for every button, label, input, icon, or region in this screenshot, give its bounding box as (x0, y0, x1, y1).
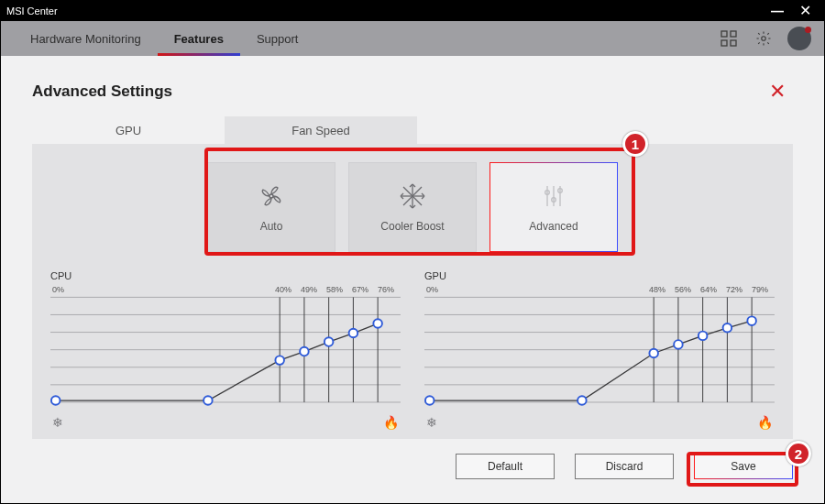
panel-header: Advanced Settings ✕ (1, 56, 824, 116)
subtab-fan-speed[interactable]: Fan Speed (225, 116, 417, 144)
discard-button[interactable]: Discard (575, 454, 674, 479)
nav-tab-support[interactable]: Support (240, 21, 315, 56)
svg-point-33 (324, 337, 334, 346)
svg-point-50 (578, 396, 587, 405)
nav-tab-hardware-monitoring[interactable]: Hardware Monitoring (14, 21, 158, 56)
callout-1: 1 (622, 131, 648, 157)
nav-tab-label: Hardware Monitoring (30, 32, 141, 46)
avatar[interactable] (787, 27, 811, 50)
panel-title: Advanced Settings (32, 82, 172, 101)
subtab-label: Fan Speed (292, 124, 350, 137)
hot-icon: 🔥 (383, 415, 399, 430)
mode-label: Auto (260, 220, 283, 233)
card-area: Auto Cooler Boost Advanced 1 (32, 144, 793, 439)
apps-grid-icon[interactable] (716, 26, 742, 51)
cold-icon: ❄ (426, 415, 437, 430)
default-button[interactable]: Default (456, 454, 555, 479)
close-icon[interactable]: ✕ (762, 76, 793, 107)
nav-tab-features[interactable]: Features (158, 21, 240, 56)
subtab-row: GPU Fan Speed (32, 116, 824, 144)
app-window: MSI Center — ✕ Hardware Monitoring Featu… (0, 0, 825, 504)
window-close-button[interactable]: ✕ (791, 5, 819, 17)
minimize-button[interactable]: — (764, 5, 791, 17)
hot-icon: 🔥 (757, 415, 773, 430)
nav-tab-label: Support (257, 32, 299, 46)
window-title: MSI Center (6, 5, 764, 16)
svg-point-4 (762, 37, 766, 41)
snowflake-icon (398, 181, 427, 211)
advanced-settings-panel: Advanced Settings ✕ GPU Fan Speed Auto (1, 56, 824, 503)
gear-icon[interactable] (751, 26, 776, 51)
chart-label-gpu: GPU (424, 270, 775, 281)
fan-mode-row: Auto Cooler Boost Advanced (50, 159, 775, 261)
svg-rect-3 (731, 40, 736, 46)
mode-label: Advanced (529, 220, 578, 233)
svg-point-49 (425, 396, 434, 405)
svg-point-32 (300, 347, 309, 356)
svg-point-52 (674, 340, 683, 349)
svg-point-35 (373, 319, 382, 328)
mode-label: Cooler Boost (380, 220, 444, 233)
svg-point-51 (649, 349, 658, 358)
subtab-label: GPU (116, 124, 141, 137)
gpu-fan-chart[interactable]: GPU 0% 48% 56% 64% 72% 79% (424, 270, 775, 430)
gpu-chart-box: 0% 48% 56% 64% 72% 79% (424, 285, 775, 413)
nav-tab-label: Features (174, 32, 224, 46)
svg-point-55 (747, 316, 756, 325)
top-navigation: Hardware Monitoring Features Support (1, 21, 824, 56)
svg-point-29 (51, 396, 60, 405)
sliders-icon (539, 181, 568, 211)
svg-point-31 (275, 356, 284, 365)
svg-rect-0 (721, 31, 727, 37)
fan-icon (257, 181, 286, 211)
save-button[interactable]: Save (694, 454, 793, 479)
svg-point-34 (349, 329, 358, 338)
cpu-chart-foot-icons: ❄ 🔥 (50, 413, 401, 430)
cpu-chart-box: 0% 40% 49% 58% 67% 76% (50, 285, 401, 413)
svg-point-54 (723, 323, 732, 333)
chart-label-cpu: CPU (50, 270, 401, 281)
mode-card-advanced[interactable]: Advanced (490, 162, 618, 252)
fan-curve-charts: CPU 0% 40% 49% 58% 67% 76% (50, 270, 775, 430)
gpu-chart-foot-icons: ❄ 🔥 (424, 413, 775, 430)
cpu-fan-chart[interactable]: CPU 0% 40% 49% 58% 67% 76% (50, 270, 401, 430)
action-button-row: Default Discard Save (1, 439, 824, 479)
cold-icon: ❄ (52, 415, 63, 430)
callout-2: 2 (786, 441, 811, 466)
svg-point-30 (204, 396, 213, 405)
subtab-gpu[interactable]: GPU (32, 116, 225, 144)
svg-rect-1 (731, 31, 736, 37)
svg-rect-2 (721, 40, 727, 46)
svg-point-53 (698, 332, 708, 341)
titlebar: MSI Center — ✕ (1, 1, 824, 21)
mode-card-auto[interactable]: Auto (207, 162, 336, 252)
mode-card-cooler-boost[interactable]: Cooler Boost (348, 162, 477, 252)
